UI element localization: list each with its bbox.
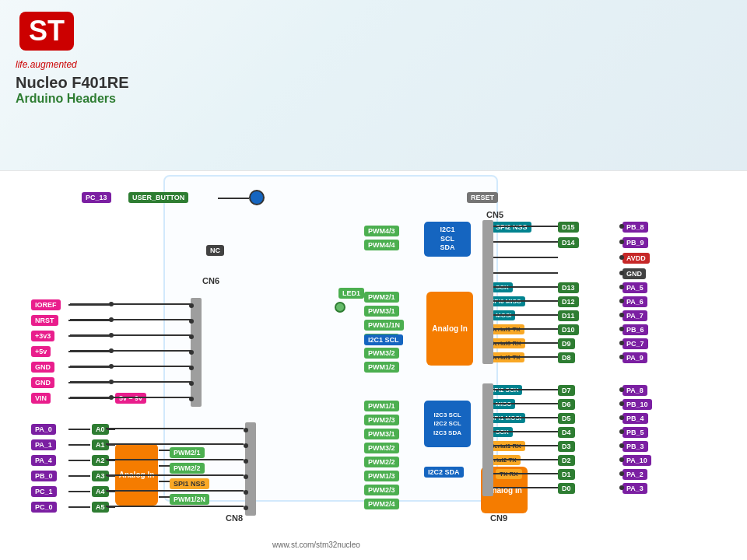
la1 bbox=[68, 444, 90, 446]
d13: D13 bbox=[558, 282, 579, 293]
d6: D6 bbox=[558, 399, 575, 410]
d11: D11 bbox=[558, 310, 579, 321]
st-logo: ST bbox=[16, 8, 78, 54]
ioref-pin: IOREF bbox=[31, 299, 61, 310]
i2c3-block: I2C3 SCL I2C2 SCL I2C3 SDA bbox=[424, 401, 471, 447]
cn8-spi1nss: SPI1 NSS bbox=[170, 478, 209, 489]
r5 bbox=[619, 285, 624, 289]
pc7: PC_7 bbox=[622, 338, 648, 349]
cn5-rline7 bbox=[493, 314, 558, 316]
r9 bbox=[619, 341, 624, 345]
user-button-circle[interactable] bbox=[249, 190, 265, 205]
pb0-pin: PB_0 bbox=[31, 471, 57, 481]
pa10: PA_10 bbox=[622, 455, 651, 466]
cn6-line7 bbox=[70, 397, 191, 398]
cb-pwm13: PWM1/3 bbox=[364, 471, 399, 481]
gnd-top: GND bbox=[622, 268, 646, 279]
cn9-rline8 bbox=[493, 487, 558, 488]
cb-pwm22: PWM2/2 bbox=[364, 457, 399, 467]
pa2: PA_2 bbox=[622, 469, 647, 480]
gnd2-pin: GND bbox=[31, 377, 54, 388]
pb6: PB_6 bbox=[622, 324, 648, 335]
cn6-label: CN6 bbox=[202, 276, 219, 285]
rext1 bbox=[621, 226, 622, 227]
r6 bbox=[619, 299, 624, 303]
cn8-dot3 bbox=[244, 459, 248, 464]
rn5 bbox=[619, 443, 624, 448]
cb-pwm32: PWM3/2 bbox=[364, 443, 399, 453]
rn1 bbox=[619, 387, 624, 392]
cn8-bline6 bbox=[106, 506, 244, 507]
cn8-dot2 bbox=[244, 443, 248, 448]
cn9-rline7 bbox=[493, 473, 558, 474]
led-circle bbox=[335, 302, 345, 313]
cn6-line5 bbox=[70, 366, 191, 367]
rn4 bbox=[619, 429, 624, 434]
la4 bbox=[68, 491, 90, 492]
pa0-pin: PA_0 bbox=[31, 424, 56, 435]
pa8: PA_8 bbox=[622, 385, 647, 396]
nrst-pin: NRST bbox=[31, 315, 58, 326]
cn8-dot6 bbox=[244, 506, 248, 510]
cn9-rline2 bbox=[493, 403, 558, 404]
cm-pwm21: PWM2/1 bbox=[364, 292, 399, 303]
la2 bbox=[68, 460, 90, 461]
d3: D3 bbox=[558, 441, 575, 452]
i2c1scl: I2C1 SCL bbox=[364, 334, 403, 345]
la5 bbox=[68, 506, 90, 508]
la0 bbox=[68, 429, 90, 430]
cn5-rline9 bbox=[493, 342, 558, 344]
nc-label: NC bbox=[206, 245, 224, 256]
cn6-line1 bbox=[70, 303, 191, 305]
cm-pwm32: PWM3/2 bbox=[364, 348, 399, 359]
pa6: PA_6 bbox=[622, 296, 647, 307]
cn8-bline3 bbox=[106, 459, 244, 460]
cn5-connector bbox=[482, 220, 493, 364]
rn6 bbox=[619, 457, 624, 462]
reset-label: RESET bbox=[467, 192, 498, 203]
r4 bbox=[619, 271, 624, 275]
cb-pwm11: PWM1/1 bbox=[364, 401, 399, 411]
cn8-pwm22: PWM2/2 bbox=[170, 463, 205, 474]
cm-pwm11n: PWM1/1N bbox=[364, 320, 404, 331]
cn9-rline6 bbox=[493, 459, 558, 460]
d2: D2 bbox=[558, 455, 575, 466]
5v9v-label: 5v – 9v bbox=[115, 393, 146, 404]
led1-label: LED1 bbox=[338, 288, 364, 299]
d14: D14 bbox=[558, 237, 579, 248]
lp4 bbox=[159, 496, 170, 498]
d7: D7 bbox=[558, 385, 575, 396]
cn9-rline1 bbox=[493, 389, 558, 390]
la3 bbox=[68, 475, 90, 477]
pc13-label: PC_13 bbox=[82, 192, 111, 203]
d0: D0 bbox=[558, 483, 575, 494]
pc0-pin: PC_0 bbox=[31, 502, 57, 513]
pb3: PB_3 bbox=[622, 441, 648, 452]
cn6-line6 bbox=[70, 381, 191, 383]
cb-pwm31: PWM3/1 bbox=[364, 429, 399, 439]
pb10: PB_10 bbox=[622, 399, 652, 410]
cm-pwm12: PWM1/2 bbox=[364, 362, 399, 373]
d4: D4 bbox=[558, 427, 575, 438]
cn9-rline4 bbox=[493, 431, 558, 432]
pa3: PA_3 bbox=[622, 483, 647, 494]
cn6-line3 bbox=[70, 334, 191, 336]
r2 bbox=[619, 240, 624, 244]
user-button-label: USER_BUTTON bbox=[128, 192, 188, 203]
cn5-rline1 bbox=[493, 226, 558, 227]
d5: D5 bbox=[558, 413, 575, 424]
cn8-label: CN8 bbox=[226, 513, 243, 523]
a5-label: A5 bbox=[92, 502, 109, 513]
5v-pin: +5v bbox=[31, 346, 51, 357]
lp1 bbox=[159, 450, 170, 451]
pb8: PB_8 bbox=[622, 222, 648, 233]
a3-label: A3 bbox=[92, 471, 109, 481]
cn5-rline5 bbox=[493, 286, 558, 288]
cn5-rline2 bbox=[493, 241, 558, 243]
a0-label: A0 bbox=[92, 424, 109, 435]
d1: D1 bbox=[558, 469, 575, 480]
board-dot7 bbox=[189, 397, 194, 401]
d9: D9 bbox=[558, 338, 575, 349]
cn9-connector bbox=[482, 383, 493, 496]
pc1-pin: PC_1 bbox=[31, 486, 57, 497]
